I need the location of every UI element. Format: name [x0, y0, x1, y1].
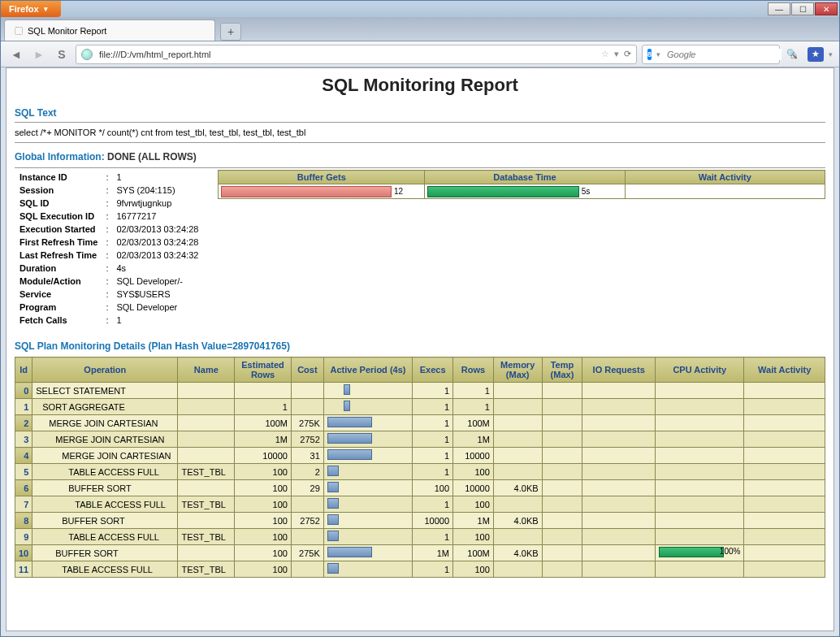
plan-wait	[744, 561, 825, 578]
plan-temp	[542, 545, 582, 561]
plan-execs: 100	[413, 480, 453, 496]
plan-cost	[291, 561, 323, 578]
plan-execs: 1	[413, 415, 453, 431]
plan-period	[323, 415, 412, 431]
plan-cost	[291, 529, 323, 545]
info-val: 4s	[113, 262, 201, 274]
plan-mem: 4.0KB	[493, 513, 542, 529]
plan-period	[323, 496, 412, 513]
plan-table: IdOperationNameEstimated RowsCostActive …	[15, 357, 825, 578]
plan-io	[582, 480, 656, 496]
plan-row: 5TABLE ACCESS FULLTEST_TBL10021100	[15, 464, 825, 480]
plan-est: 100	[235, 480, 292, 496]
close-button[interactable]: ✕	[815, 2, 838, 15]
plan-cpu	[655, 496, 743, 513]
info-key: Duration	[16, 262, 101, 274]
info-val: 1	[113, 171, 201, 183]
info-key: SQL Execution ID	[16, 210, 101, 222]
plan-op: TABLE ACCESS FULL	[32, 464, 178, 480]
minimize-button[interactable]: —	[768, 2, 790, 15]
plan-row: 11TABLE ACCESS FULLTEST_TBL1001100	[15, 561, 825, 578]
plan-temp	[542, 383, 582, 399]
plan-id: 11	[15, 561, 32, 578]
plan-cpu	[655, 399, 743, 415]
info-key: Service	[16, 288, 101, 300]
plan-mem	[493, 561, 542, 578]
forward-button[interactable]: ►	[30, 46, 48, 63]
plan-est: 100	[235, 545, 292, 561]
search-engine-icon[interactable]: 8	[647, 49, 652, 60]
plan-cpu: 100%	[655, 545, 743, 561]
info-val: 9fvrwtjugnkup	[113, 197, 201, 209]
plan-name	[178, 415, 235, 431]
plan-op: BUFFER SORT	[32, 513, 178, 529]
plan-rows: 1	[453, 383, 494, 399]
plan-col-header: Execs	[413, 358, 453, 383]
plan-row: 0SELECT STATEMENT11	[15, 383, 825, 399]
browser-tab[interactable]: SQL Monitor Report	[4, 20, 215, 41]
plan-cpu	[655, 529, 743, 545]
reload-icon[interactable]: ⟳	[624, 49, 631, 59]
info-key: SQL ID	[16, 197, 101, 209]
plan-cost: 29	[291, 480, 323, 496]
plan-id: 5	[15, 464, 32, 480]
plan-cpu	[655, 415, 743, 431]
plan-execs: 1	[413, 399, 453, 415]
dropdown-icon[interactable]: ▾	[614, 49, 619, 59]
plan-col-header: Name	[178, 358, 235, 383]
plan-temp	[542, 561, 582, 578]
plan-cpu	[655, 431, 743, 448]
maximize-button[interactable]: ☐	[791, 2, 814, 15]
plan-temp	[542, 529, 582, 545]
plan-est: 100	[235, 513, 292, 529]
plan-col-header: Active Period (4s)	[323, 358, 412, 383]
plan-id: 3	[15, 431, 32, 448]
plan-io	[582, 431, 656, 448]
plan-execs: 1	[413, 561, 453, 578]
plan-col-header: Operation	[32, 358, 178, 383]
plan-name	[178, 513, 235, 529]
wait-activity-cell	[625, 184, 825, 199]
search-input[interactable]	[665, 49, 782, 60]
plan-row: 10BUFFER SORT100275K1M100M4.0KB100%	[15, 545, 825, 561]
plan-cost: 2752	[291, 431, 323, 448]
plan-period	[323, 464, 412, 480]
new-tab-button[interactable]: +	[220, 23, 241, 41]
search-bar[interactable]: 8 ▾ 🔍	[642, 45, 780, 64]
page-content: SQL Monitoring Report SQL Text select /*…	[6, 67, 834, 631]
info-key: Instance ID	[16, 171, 101, 183]
url-bar[interactable]: ☆ ▾ ⟳	[76, 45, 637, 64]
plan-est: 100	[235, 496, 292, 513]
home-button[interactable]: ⌂	[785, 46, 803, 63]
plan-period	[323, 561, 412, 578]
back-button[interactable]: ◄	[7, 46, 25, 63]
plan-op: BUFFER SORT	[32, 480, 178, 496]
stop-icon[interactable]: S	[53, 46, 71, 63]
plan-rows: 10000	[453, 448, 494, 464]
star-icon[interactable]: ☆	[601, 49, 609, 59]
plan-cost: 275K	[291, 415, 323, 431]
bookmarks-button[interactable]: ★	[808, 47, 824, 62]
db-time-cell: 5s	[425, 184, 625, 199]
plan-wait	[744, 480, 825, 496]
plan-mem: 4.0KB	[493, 480, 542, 496]
url-input[interactable]	[97, 49, 596, 60]
plan-wait	[744, 399, 825, 415]
plan-cost: 2	[291, 464, 323, 480]
plan-col-header: Id	[15, 358, 32, 383]
plan-wait	[744, 415, 825, 431]
info-val: 02/03/2013 03:24:28	[113, 223, 201, 235]
firefox-app-button[interactable]: Firefox	[1, 1, 61, 17]
plan-temp	[542, 431, 582, 448]
plan-name	[178, 399, 235, 415]
plan-col-header: Memory (Max)	[493, 358, 542, 383]
info-val: 16777217	[113, 210, 201, 222]
plan-mem	[493, 431, 542, 448]
window-titlebar: Firefox — ☐ ✕	[1, 1, 839, 17]
plan-name	[178, 448, 235, 464]
plan-id: 7	[15, 496, 32, 513]
plan-op: MERGE JOIN CARTESIAN	[32, 415, 178, 431]
plan-rows: 100	[453, 529, 494, 545]
metric-header: Database Time	[425, 171, 625, 184]
plan-io	[582, 383, 656, 399]
